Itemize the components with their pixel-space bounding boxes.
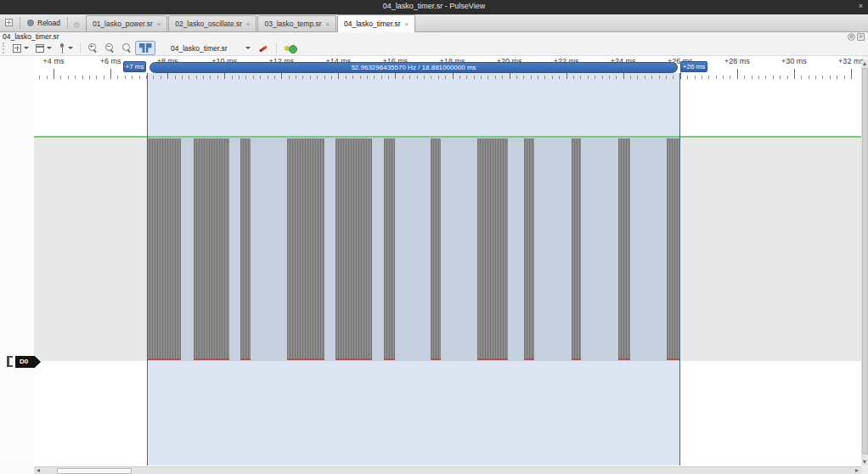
logic-toggle-burst <box>524 138 534 360</box>
ruler-minor-tick <box>324 76 325 79</box>
ruler-minor-tick <box>161 76 161 79</box>
ruler-minor-tick <box>695 76 696 79</box>
logic-high-level-line <box>34 136 861 138</box>
window-close-icon[interactable]: × <box>859 2 863 10</box>
ruler-minor-tick <box>730 76 730 79</box>
cursor-region-shade-bottom <box>147 361 679 466</box>
ruler-minor-tick <box>132 76 132 79</box>
ruler-minor-tick <box>651 76 652 79</box>
cursor-first-flag[interactable]: +7 ms <box>123 61 146 72</box>
ruler-major-tick <box>794 69 795 79</box>
ruler-minor-tick <box>189 76 189 79</box>
tab-close-icon[interactable]: × <box>157 20 161 28</box>
ruler-minor-tick <box>544 76 545 79</box>
tab-03-lasko-temp[interactable]: 03_lasko_temp.sr × <box>257 15 335 31</box>
ruler-minor-tick <box>253 76 254 79</box>
ruler-minor-tick <box>773 76 774 79</box>
scroll-right-icon[interactable] <box>855 469 859 472</box>
scroll-up-icon[interactable] <box>863 62 866 65</box>
ruler-minor-tick <box>268 76 268 79</box>
device-selector[interactable]: 04_lasko_timer.sr <box>167 42 254 55</box>
ruler-minor-tick <box>317 76 318 79</box>
ruler-minor-tick <box>659 76 660 79</box>
ruler-minor-tick <box>630 76 631 79</box>
ruler-minor-tick <box>752 76 752 79</box>
tab-close-icon[interactable]: × <box>246 20 250 28</box>
ruler-minor-tick <box>744 76 745 79</box>
trace-header-column <box>0 56 34 466</box>
ruler-minor-tick <box>96 76 97 79</box>
ruler-minor-tick <box>438 76 439 79</box>
ruler-minor-tick <box>417 76 418 79</box>
scroll-left-icon[interactable] <box>37 469 40 472</box>
vertical-scrollbar[interactable] <box>861 60 868 466</box>
show-cursors-toggle[interactable] <box>135 41 155 55</box>
ruler-major-tick <box>851 69 852 79</box>
ruler-minor-tick <box>274 76 275 79</box>
tab-label: 04_lasko_timer.sr <box>344 20 401 28</box>
trace-group-handle[interactable] <box>7 356 13 367</box>
tab-label: 02_lasko_oscillate.sr <box>175 20 242 28</box>
device-selector-value: 04_lasko_timer.sr <box>171 44 228 53</box>
ruler-minor-tick <box>809 76 809 79</box>
ruler-minor-tick <box>666 76 667 79</box>
ruler-minor-tick <box>609 76 610 79</box>
cursor-flag-left-icon <box>139 43 145 53</box>
ruler-minor-tick <box>302 76 303 79</box>
ruler-minor-tick <box>702 76 702 79</box>
ruler-tick-label: +28 ms <box>724 57 750 66</box>
zoom-out-button[interactable] <box>102 42 117 55</box>
ruler-minor-tick <box>331 76 332 79</box>
tab-01-lasko-power[interactable]: 01_lasko_power.sr × <box>86 15 167 31</box>
cursor-second-line[interactable] <box>679 73 680 466</box>
ruler-minor-tick <box>531 76 532 79</box>
zoom-fit-button[interactable] <box>119 42 134 55</box>
pulseview-window: 04_lasko_timer.sr - PulseView × Reload ⚙… <box>0 0 868 474</box>
gear-icon[interactable]: ⚙ <box>73 21 81 30</box>
logic-toggle-burst <box>572 138 581 360</box>
horizontal-scrollbar-thumb[interactable] <box>57 468 132 474</box>
ruler-minor-tick <box>637 76 638 79</box>
new-session-button[interactable] <box>2 15 16 30</box>
separator <box>80 42 81 54</box>
tab-close-icon[interactable]: × <box>326 20 330 28</box>
ruler-minor-tick <box>459 76 460 79</box>
tab-02-lasko-oscillate[interactable]: 02_lasko_oscillate.sr × <box>168 15 256 31</box>
tab-close-icon[interactable]: × <box>405 20 409 28</box>
channels-button[interactable] <box>281 42 300 55</box>
ruler-minor-tick <box>516 76 517 79</box>
save-button[interactable] <box>56 42 76 55</box>
horizontal-scrollbar[interactable] <box>34 466 861 474</box>
logic-toggle-burst <box>667 138 679 360</box>
session-tab-bar: Reload ⚙ 01_lasko_power.sr × 02_lasko_os… <box>0 14 868 32</box>
new-view-button[interactable] <box>10 42 31 55</box>
session-settings-icon[interactable]: ⚙ <box>848 33 855 41</box>
ruler-minor-tick <box>175 76 176 79</box>
open-button[interactable] <box>33 42 54 55</box>
scroll-down-icon[interactable] <box>863 460 866 464</box>
open-file-icon <box>36 44 44 53</box>
zoom-fit-icon <box>121 42 132 54</box>
zoom-in-button[interactable] <box>85 42 100 55</box>
logic-toggle-burst <box>384 138 395 360</box>
ruler-minor-tick <box>424 76 425 79</box>
new-view-icon <box>13 44 21 53</box>
session-close-icon[interactable]: ✕ <box>857 33 865 41</box>
ruler-minor-tick <box>245 76 246 79</box>
cursor-range-band[interactable]: 52.963296435570 Hz / 18.881000000 ms <box>149 62 678 73</box>
configure-device-button[interactable] <box>255 42 272 55</box>
ruler-minor-tick <box>716 76 717 79</box>
toolbar-drag-handle[interactable] <box>3 42 6 54</box>
vertical-scrollbar-thumb[interactable] <box>862 68 868 454</box>
ruler-minor-tick <box>346 76 347 79</box>
ruler-minor-tick <box>47 76 48 79</box>
ruler-minor-tick <box>616 76 617 79</box>
ruler-minor-tick <box>538 76 538 79</box>
cursor-second-flag[interactable]: +26 ms <box>680 61 707 72</box>
ruler-major-tick <box>54 69 54 79</box>
logic-toggle-burst <box>618 138 630 360</box>
tab-04-lasko-timer[interactable]: 04_lasko_timer.sr × <box>337 14 415 32</box>
cursor-first-line[interactable] <box>147 73 148 466</box>
ruler-tick-label: +6 ms <box>100 57 121 66</box>
reload-button[interactable]: Reload <box>24 15 64 30</box>
